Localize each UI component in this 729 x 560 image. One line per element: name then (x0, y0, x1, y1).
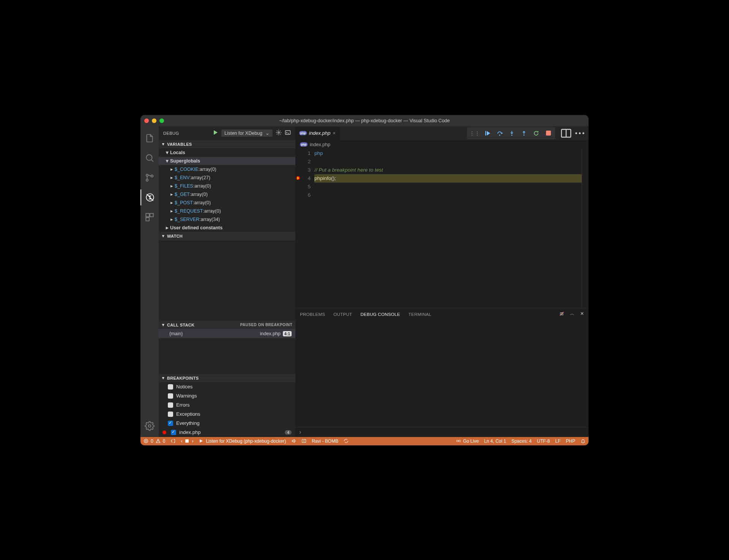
svg-point-3 (151, 175, 153, 177)
status-eol[interactable]: LF (555, 439, 560, 444)
variable-row[interactable]: ▸$_SERVER: array(34) (159, 215, 295, 224)
stack-frame-name: {main} (169, 331, 183, 336)
window-maximize-button[interactable] (159, 118, 164, 123)
status-bar: 0 0 ‹ › Listen for XDebug (php-xdebug-do… (140, 437, 589, 445)
php-file-icon: php (300, 142, 308, 147)
close-panel-icon[interactable]: ✕ (580, 311, 584, 317)
breakpoint-checkbox[interactable] (171, 430, 176, 435)
status-problems[interactable]: 0 0 (144, 439, 165, 444)
explorer-icon[interactable] (140, 130, 159, 146)
clear-console-icon[interactable] (559, 311, 565, 317)
step-over-button[interactable] (494, 128, 505, 138)
svg-point-0 (146, 155, 152, 160)
stack-frame-file: index.php (260, 331, 281, 336)
tab-output[interactable]: OUTPUT (333, 312, 352, 317)
collapse-panel-icon[interactable]: ︿ (570, 311, 574, 317)
callstack-header[interactable]: ▾CALL STACKPAUSED ON BREAKPOINT (159, 321, 295, 329)
extensions-icon[interactable] (140, 209, 159, 225)
code-editor[interactable]: 123456 php// Put a breakpoint here to te… (295, 149, 589, 308)
debug-console-input[interactable]: › (295, 427, 589, 437)
debug-settings-icon[interactable] (276, 129, 282, 137)
status-user[interactable]: Ravi - BOMB (312, 439, 338, 444)
activity-bar (140, 126, 159, 437)
breakpoints-header[interactable]: ▾BREAKPOINTS (159, 374, 295, 382)
status-encoding[interactable]: UTF-8 (537, 439, 550, 444)
breakpoint-file-row[interactable]: index.php 4 (159, 428, 295, 437)
tab-terminal[interactable]: TERMINAL (409, 312, 432, 317)
variables-header[interactable]: ▾VARIABLES (159, 140, 295, 148)
status-debug-nav[interactable]: ‹ › (181, 439, 193, 444)
search-icon[interactable] (140, 150, 159, 166)
debug-console-body[interactable] (295, 320, 589, 427)
status-indent[interactable]: Spaces: 4 (511, 439, 532, 444)
panel-tabs: PROBLEMS OUTPUT DEBUG CONSOLE TERMINAL ︿… (295, 308, 589, 320)
close-tab-icon[interactable]: × (333, 130, 336, 136)
variable-row[interactable]: ▸$_FILES: array(0) (159, 182, 295, 190)
tab-problems[interactable]: PROBLEMS (300, 312, 325, 317)
editor-tab[interactable]: php index.php × (295, 126, 339, 140)
step-out-button[interactable] (519, 128, 529, 138)
variable-row[interactable]: ▸$_POST: array(0) (159, 199, 295, 207)
minimap[interactable] (582, 149, 589, 308)
status-cursor[interactable]: Ln 4, Col 1 (484, 439, 506, 444)
svg-rect-10 (286, 131, 290, 134)
svg-rect-7 (146, 218, 149, 221)
start-debug-button[interactable] (212, 129, 218, 137)
breakpoint-checkbox[interactable] (168, 393, 173, 399)
window-close-button[interactable] (144, 118, 149, 123)
breadcrumb[interactable]: php index.php (295, 140, 589, 149)
status-golive[interactable]: Go Live (456, 439, 479, 444)
breakpoint-checkbox[interactable] (168, 402, 173, 408)
debug-config-select[interactable]: Listen for XDebug ⌄ (221, 129, 273, 137)
status-language[interactable]: PHP (566, 439, 575, 444)
breakpoint-category[interactable]: Warnings (159, 391, 295, 401)
callstack-status: PAUSED ON BREAKPOINT (240, 323, 292, 327)
breakpoint-category[interactable]: Everything (159, 419, 295, 428)
watch-header[interactable]: ▾WATCH (159, 232, 295, 240)
variables-section: ▾VARIABLES ▾Locals ▾Superglobals ▸$_COOK… (159, 140, 295, 232)
stop-button[interactable] (543, 128, 554, 138)
svg-point-1 (146, 174, 148, 176)
variable-row[interactable]: ▸$_REQUEST: array(0) (159, 207, 295, 215)
split-editor-icon[interactable] (560, 128, 572, 139)
svg-point-13 (511, 134, 513, 136)
status-preview-icon[interactable] (301, 439, 306, 443)
source-control-icon[interactable] (140, 170, 159, 186)
breakpoint-checkbox[interactable] (168, 384, 173, 390)
status-debug-target[interactable]: Listen for XDebug (php-xdebug-docker) (199, 439, 286, 444)
breakpoint-category[interactable]: Notices (159, 382, 295, 391)
step-into-button[interactable] (507, 128, 517, 138)
settings-gear-icon[interactable] (140, 418, 159, 434)
variable-row[interactable]: ▸$_GET: array(0) (159, 190, 295, 199)
window-minimize-button[interactable] (152, 118, 156, 123)
variables-superglobals[interactable]: ▾Superglobals (159, 157, 295, 165)
svg-rect-11 (485, 131, 486, 136)
breakpoint-glyph-icon[interactable] (296, 176, 300, 180)
more-actions-icon[interactable] (574, 128, 585, 139)
restart-button[interactable] (531, 128, 541, 138)
breakpoint-category[interactable]: Exceptions (159, 410, 295, 419)
debug-sidebar: DEBUG Listen for XDebug ⌄ ▾VARIABLES ▾Lo… (159, 126, 295, 437)
tab-debug-console[interactable]: DEBUG CONSOLE (360, 312, 400, 317)
tab-title: index.php (309, 130, 330, 136)
editor-tabs: php index.php × ⋮⋮ (295, 126, 589, 140)
svg-point-17 (579, 132, 581, 134)
debug-icon[interactable] (140, 189, 159, 205)
status-audio-icon[interactable] (291, 439, 296, 443)
continue-button[interactable] (482, 128, 493, 138)
debug-toolbar: ⋮⋮ (467, 127, 555, 139)
breakpoint-line-badge: 4 (285, 430, 292, 435)
breakpoint-category[interactable]: Errors (159, 401, 295, 410)
stack-frame[interactable]: {main} index.php 4:1 (159, 329, 295, 338)
drag-handle-icon[interactable]: ⋮⋮ (469, 130, 481, 136)
variable-row[interactable]: ▸$_ENV: array(27) (159, 174, 295, 182)
variables-locals[interactable]: ▾Locals (159, 148, 295, 157)
debug-console-toggle-icon[interactable] (285, 129, 291, 137)
variables-userconst[interactable]: ▸User defined constants (159, 224, 295, 232)
status-remote-icon[interactable] (170, 439, 175, 443)
status-sync-icon[interactable] (344, 439, 349, 443)
status-notifications-icon[interactable] (581, 439, 585, 443)
breakpoint-checkbox[interactable] (168, 421, 173, 426)
variable-row[interactable]: ▸$_COOKIE: array(0) (159, 165, 295, 174)
breakpoint-checkbox[interactable] (168, 412, 173, 417)
